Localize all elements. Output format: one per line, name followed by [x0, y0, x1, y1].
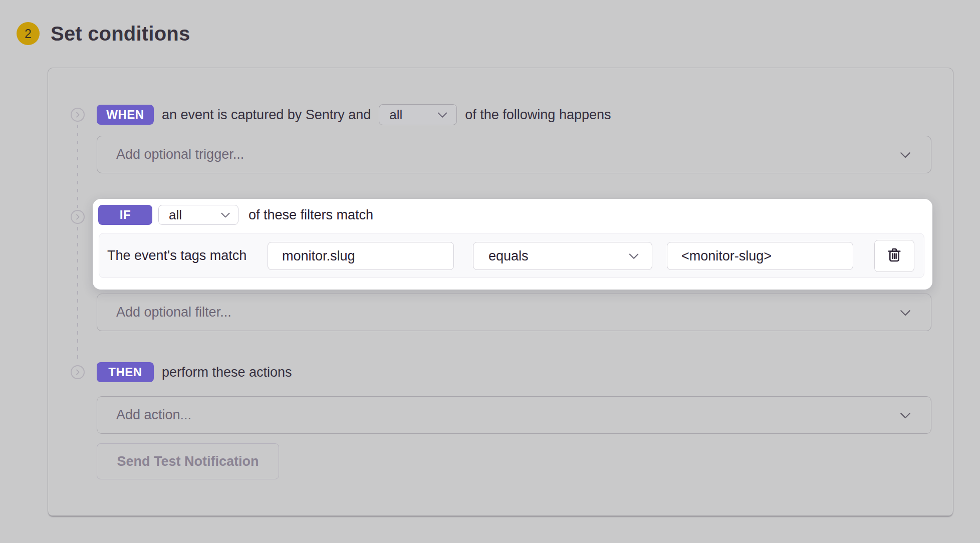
add-action-select[interactable]: Add action...: [97, 396, 931, 434]
send-test-notification-button[interactable]: Send Test Notification: [97, 443, 279, 479]
add-action-placeholder: Add action...: [116, 407, 191, 423]
when-badge: WHEN: [97, 105, 154, 125]
chevron-down-icon: [898, 408, 913, 423]
page-title: Set conditions: [51, 23, 190, 45]
delete-filter-button[interactable]: [874, 240, 914, 272]
chevron-down-icon: [898, 305, 913, 320]
chevron-down-icon: [898, 147, 913, 162]
if-row: IF all of these filters match: [98, 205, 373, 225]
set-conditions-screen: 2 Set conditions WHEN an event is captur…: [0, 0, 980, 543]
step-connector-line: [77, 125, 78, 208]
filter-operator-value: equals: [488, 248, 529, 264]
filter-key-input[interactable]: [268, 242, 454, 270]
filter-condition-row: The event's tags match equals: [99, 233, 924, 278]
if-text-after: of these filters match: [249, 207, 373, 223]
when-match-select-value: all: [389, 107, 402, 123]
when-text-before: an event is captured by Sentry and: [162, 107, 371, 123]
chevron-down-icon: [627, 249, 641, 263]
if-badge: IF: [98, 205, 152, 225]
chevron-down-icon: [435, 108, 449, 122]
then-row: THEN perform these actions: [97, 361, 292, 383]
add-trigger-placeholder: Add optional trigger...: [116, 147, 244, 162]
when-match-select[interactable]: all: [379, 104, 457, 125]
filter-label: The event's tags match: [107, 233, 247, 278]
when-text-after: of the following happens: [465, 107, 611, 123]
chevron-right-circle-icon: [71, 210, 85, 224]
chevron-right-circle-icon: [71, 365, 85, 379]
if-match-select-value: all: [169, 207, 182, 223]
add-trigger-select[interactable]: Add optional trigger...: [97, 136, 931, 173]
step-header: 2 Set conditions: [17, 22, 190, 45]
chevron-right-circle-icon: [71, 108, 85, 122]
chevron-down-icon: [219, 208, 232, 221]
when-row: WHEN an event is captured by Sentry and …: [97, 104, 611, 126]
step-number-badge: 2: [17, 22, 40, 45]
filter-operator-select[interactable]: equals: [473, 242, 652, 270]
step-number: 2: [25, 27, 32, 41]
filter-value-input[interactable]: [667, 242, 853, 270]
then-text-after: perform these actions: [162, 365, 292, 380]
conditions-panel: WHEN an event is captured by Sentry and …: [48, 68, 953, 516]
add-filter-select[interactable]: Add optional filter...: [97, 294, 931, 331]
step-connector-line: [77, 227, 78, 362]
then-badge: THEN: [97, 362, 154, 382]
trash-icon: [885, 246, 903, 266]
if-highlight-card: IF all of these filters match The event'…: [93, 199, 932, 290]
add-filter-placeholder: Add optional filter...: [116, 305, 231, 320]
if-match-select[interactable]: all: [158, 205, 238, 225]
